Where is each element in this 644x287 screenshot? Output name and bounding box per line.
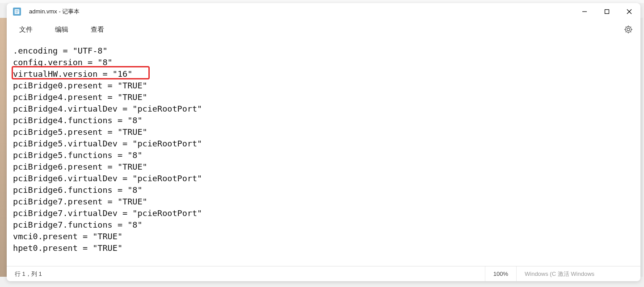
- notepad-app-icon: [13, 8, 21, 16]
- window-title: admin.vmx - 记事本: [29, 8, 573, 16]
- text-line: pciBridge7.present = "TRUE": [13, 196, 634, 208]
- status-position-text: 行 1，列 1: [15, 270, 42, 278]
- text-line: vmci0.present = "TRUE": [13, 231, 634, 242]
- minimize-button[interactable]: [573, 3, 596, 20]
- menu-edit[interactable]: 编辑: [51, 23, 73, 37]
- titlebar[interactable]: admin.vmx - 记事本: [7, 3, 640, 20]
- status-encoding-text: Windows (C 激活 Windows: [525, 270, 594, 278]
- text-line: pciBridge5.present = "TRUE": [13, 126, 634, 138]
- text-line: .encoding = "UTF-8": [13, 45, 634, 57]
- text-line: pciBridge7.functions = "8": [13, 219, 634, 231]
- notepad-window: admin.vmx - 记事本 文件 编辑 查看 .encoding = "UT…: [7, 3, 640, 281]
- text-line: pciBridge6.present = "TRUE": [13, 161, 634, 173]
- window-controls: [573, 3, 640, 20]
- text-line: virtualHW.version = "16": [13, 68, 634, 80]
- menu-file[interactable]: 文件: [15, 23, 37, 37]
- menu-view[interactable]: 查看: [86, 23, 109, 37]
- text-line: config.version = "8": [13, 57, 634, 68]
- menubar: 文件 编辑 查看: [7, 20, 640, 39]
- text-line: pciBridge7.virtualDev = "pcieRootPort": [13, 208, 634, 219]
- status-zoom: 100%: [485, 266, 516, 281]
- text-line: pciBridge6.virtualDev = "pcieRootPort": [13, 173, 634, 184]
- text-line: pciBridge5.functions = "8": [13, 150, 634, 161]
- background-right-strip: [640, 18, 643, 277]
- statusbar: 行 1，列 1 100% Windows (C 激活 Windows: [7, 266, 640, 281]
- settings-gear-icon[interactable]: [623, 25, 633, 34]
- text-editor-area[interactable]: .encoding = "UTF-8" config.version = "8"…: [7, 39, 640, 266]
- text-line: pciBridge4.functions = "8": [13, 115, 634, 126]
- status-position: 行 1，列 1: [15, 266, 485, 281]
- text-line: pciBridge4.virtualDev = "pcieRootPort": [13, 103, 634, 115]
- text-line: hpet0.present = "TRUE": [13, 242, 634, 254]
- background-left-strip: [0, 18, 7, 277]
- text-line: pciBridge6.functions = "8": [13, 184, 634, 196]
- status-zoom-text: 100%: [493, 270, 508, 277]
- status-encoding: Windows (C 激活 Windows: [516, 266, 632, 281]
- maximize-button[interactable]: [596, 3, 618, 20]
- text-line: pciBridge4.present = "TRUE": [13, 92, 634, 103]
- text-line: pciBridge5.virtualDev = "pcieRootPort": [13, 138, 634, 150]
- close-button[interactable]: [618, 3, 640, 20]
- text-line: pciBridge0.present = "TRUE": [13, 80, 634, 92]
- background-top-strip: [0, 0, 644, 3]
- svg-rect-5: [605, 10, 609, 14]
